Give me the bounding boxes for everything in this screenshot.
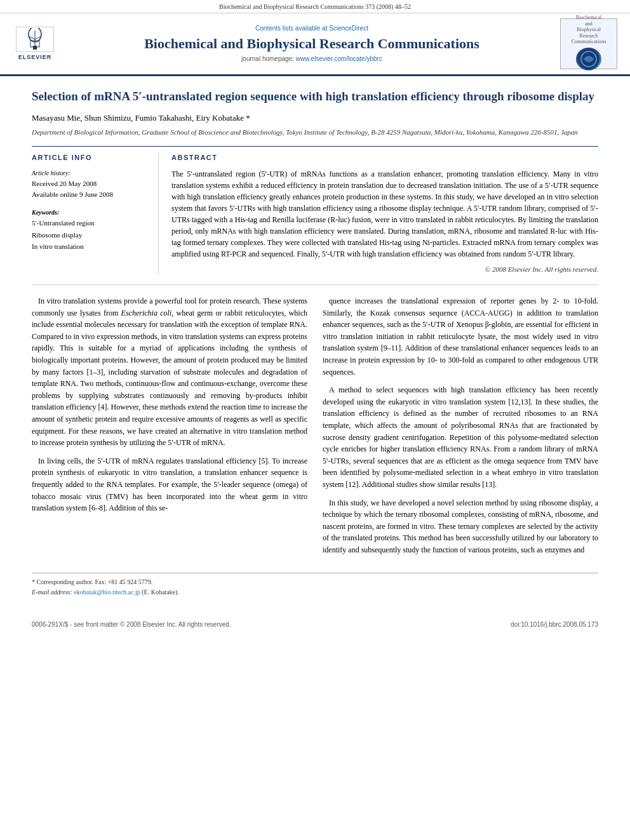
page-wrapper: Biochemical and Biophysical Research Com…	[0, 0, 630, 840]
keyword-1: 5′-Untranslated region	[32, 217, 149, 229]
article-info-left: ARTICLE INFO Article history: Received 2…	[32, 153, 159, 274]
journal-title-center: Contents lists available at ScienceDirec…	[64, 24, 560, 63]
body-columns: In vitro translation systems provide a p…	[32, 295, 598, 562]
journal-citation: Biochemical and Biophysical Research Com…	[219, 3, 411, 10]
body-left-p1: In vitro translation systems provide a p…	[32, 295, 307, 449]
footer-left: 0006-291X/$ - see front matter © 2008 El…	[32, 620, 231, 629]
received-date: Received 20 May 2008	[32, 178, 149, 190]
journal-homepage-url[interactable]: www.elsevier.com/locate/ybbrc	[296, 55, 382, 62]
body-right-p1: quence increases the translational expre…	[323, 295, 598, 378]
keyword-3: In vitro translation	[32, 241, 149, 253]
article-info-label: ARTICLE INFO	[32, 153, 149, 163]
bbrc-logo-icon	[577, 48, 600, 70]
body-col-right: quence increases the translational expre…	[323, 295, 598, 562]
journal-header: ELSEVIER Contents lists available at Sci…	[0, 13, 630, 76]
journal-homepage: journal homepage: www.elsevier.com/locat…	[64, 55, 560, 63]
contents-link: Contents lists available at ScienceDirec…	[64, 24, 560, 33]
elsevier-logo-image	[16, 27, 54, 52]
footer-right: doi:10.1016/j.bbrc.2008.05.173	[511, 620, 598, 629]
article-authors: Masayasu Mie, Shun Shimizu, Fumio Takaha…	[32, 112, 598, 124]
bbrc-text: BiochemicalandBiophysicalResearchCommuni…	[572, 15, 607, 45]
article-affiliation: Department of Biological Information, Gr…	[32, 128, 598, 137]
article-history: Article history: Received 20 May 2008 Av…	[32, 168, 149, 201]
abstract-text: The 5′-untranslated region (5′-UTR) of m…	[171, 168, 598, 260]
svg-line-5	[35, 37, 40, 39]
body-col-left: In vitro translation systems provide a p…	[32, 295, 307, 562]
elsevier-text: ELSEVIER	[18, 53, 52, 62]
footnote-1: * Corresponding author. Fax: +81 45 924 …	[32, 577, 598, 587]
article-content: Selection of mRNA 5′-untranslated region…	[0, 76, 630, 610]
article-info-row: ARTICLE INFO Article history: Received 2…	[32, 146, 598, 274]
abstract-section: ABSTRACT The 5′-untranslated region (5′-…	[171, 153, 598, 274]
article-title: Selection of mRNA 5′-untranslated region…	[32, 89, 598, 105]
elsevier-tree-icon	[19, 28, 51, 51]
keywords-list: 5′-Untranslated region Ribosome display …	[32, 217, 149, 253]
keywords-label: Keywords:	[32, 208, 149, 217]
journal-logo-right: BiochemicalandBiophysicalResearchCommuni…	[560, 18, 617, 69]
body-right-p2: A method to select sequences with high t…	[323, 384, 598, 490]
journal-name: Biochemical and Biophysical Research Com…	[64, 36, 560, 52]
keywords-section: Keywords: 5′-Untranslated region Ribosom…	[32, 208, 149, 253]
svg-line-4	[30, 37, 35, 39]
footnote-section: * Corresponding author. Fax: +81 45 924 …	[32, 573, 598, 597]
copyright-line: © 2008 Elsevier Inc. All rights reserved…	[171, 265, 598, 274]
bbrc-circle-logo	[576, 48, 601, 70]
section-divider	[32, 284, 598, 285]
body-right-p3: In this study, we have developed a novel…	[323, 497, 598, 556]
abstract-label: ABSTRACT	[171, 153, 598, 163]
available-date: Available online 9 June 2008	[32, 189, 149, 201]
svg-rect-0	[33, 46, 37, 50]
footnote-2: E-mail address: ekobatak@bio.titech.ac.j…	[32, 587, 598, 597]
elsevier-logo: ELSEVIER	[13, 25, 57, 63]
sciencedirect-link[interactable]: ScienceDirect	[329, 25, 368, 32]
footer-bar: 0006-291X/$ - see front matter © 2008 El…	[0, 618, 630, 632]
journal-top-bar: Biochemical and Biophysical Research Com…	[0, 0, 630, 13]
email-link[interactable]: ekobatak@bio.titech.ac.jp	[74, 589, 140, 596]
keyword-2: Ribosome display	[32, 229, 149, 241]
body-left-p2: In living cells, the 5′-UTR of mRNA regu…	[32, 455, 307, 514]
journal-header-left: ELSEVIER	[13, 25, 64, 63]
article-history-label: Article history:	[32, 168, 149, 178]
